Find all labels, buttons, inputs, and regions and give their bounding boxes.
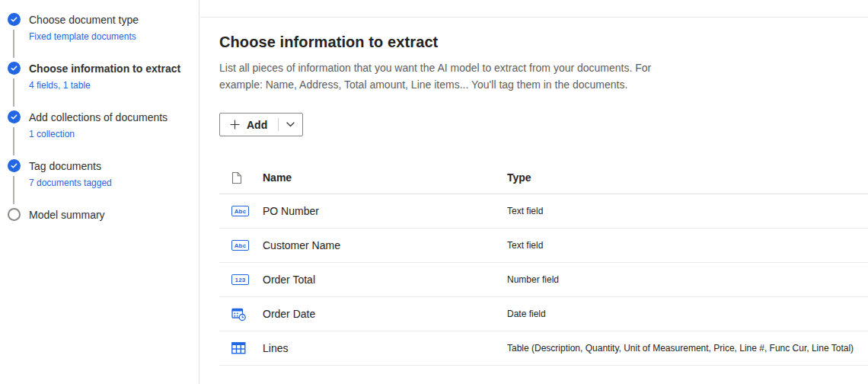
field-type: Text field [507,206,868,216]
field-name: Order Date [263,308,507,320]
table-header-row: Name Type [219,162,868,194]
step-label: Choose information to extract [29,62,180,75]
chevron-down-icon [286,122,295,127]
step-completed-check-icon [8,159,21,172]
table-row[interactable]: Abc PO Number Text field [219,194,868,229]
date-field-icon [231,307,247,322]
field-name: Order Total [263,274,507,286]
field-type: Table (Description, Quantity, Unit of Me… [507,343,868,354]
step-choose-document-type[interactable]: Choose document type Fixed template docu… [0,13,199,62]
page-description: List all pieces of information that you … [219,59,868,93]
main-content: Choose information to extract List all p… [200,0,868,384]
field-type: Date field [507,309,868,319]
add-button[interactable]: Add [220,114,278,136]
step-completed-check-icon [8,13,21,26]
step-label: Model summary [29,209,105,222]
step-sublabel-link[interactable]: 7 documents tagged [29,178,112,188]
step-choose-information[interactable]: Choose information to extract 4 fields, … [0,62,199,110]
table-row[interactable]: Lines Table (Description, Quantity, Unit… [219,331,868,366]
text-field-icon: Abc [231,206,249,216]
field-name: Customer Name [263,239,507,251]
add-menu-button[interactable] [279,114,302,136]
column-header-name[interactable]: Name [263,171,507,184]
page-description-line2: example: Name, Address, Total amount, Li… [219,76,868,93]
top-divider [200,0,868,18]
field-name: PO Number [263,205,507,217]
fields-table: Name Type Abc PO Number Text field Abc C… [219,162,868,366]
step-sublabel-link[interactable]: 1 collection [29,129,75,139]
step-completed-check-icon [8,110,21,123]
step-label: Add collections of documents [29,111,168,124]
step-model-summary[interactable]: Model summary [0,208,199,257]
add-split-button[interactable]: Add [219,113,303,136]
step-completed-check-icon [8,62,21,75]
step-label: Tag documents [29,160,101,173]
field-type: Number field [507,274,868,285]
table-row[interactable]: Order Date Date field [219,297,868,331]
step-tag-documents[interactable]: Tag documents 7 documents tagged [0,159,199,208]
step-sublabel-link[interactable]: 4 fields, 1 table [29,80,91,91]
table-icon [231,342,246,354]
step-sublabel-link[interactable]: Fixed template documents [29,31,136,42]
plus-icon [230,120,240,130]
table-row[interactable]: Abc Customer Name Text field [219,229,868,263]
step-add-collections[interactable]: Add collections of documents 1 collectio… [0,110,199,159]
add-button-label: Add [247,119,267,131]
document-icon [219,171,263,184]
text-field-icon: Abc [231,240,249,251]
page-title: Choose information to extract [219,34,868,51]
column-header-type[interactable]: Type [507,171,868,184]
field-type: Text field [507,240,868,251]
table-row[interactable]: 123 Order Total Number field [219,263,868,297]
step-upcoming-circle-icon [8,208,21,221]
step-label: Choose document type [29,14,139,27]
wizard-stepper-sidebar: Choose document type Fixed template docu… [0,0,199,384]
number-field-icon: 123 [231,274,249,285]
page-description-line1: List all pieces of information that you … [219,59,868,76]
field-name: Lines [263,342,507,354]
